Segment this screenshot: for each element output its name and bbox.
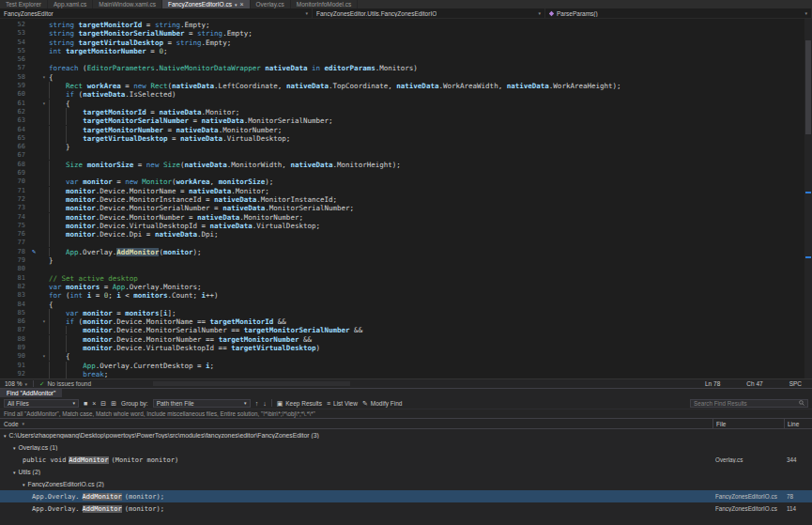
breakpoint-margin[interactable] bbox=[28, 100, 39, 108]
breakpoint-margin[interactable] bbox=[28, 29, 39, 38]
health-indicator[interactable]: ✓ No issues found bbox=[39, 380, 91, 388]
tab-close-icon[interactable]: × bbox=[239, 2, 243, 8]
list-view-toggle[interactable]: ≡ List View bbox=[327, 399, 358, 408]
expander-icon[interactable]: ▾ bbox=[23, 482, 25, 487]
breakpoint-margin[interactable] bbox=[28, 116, 39, 125]
breakpoint-margin[interactable] bbox=[28, 143, 39, 151]
code-line[interactable]: 55int targetMonitorNumber = 0; bbox=[0, 47, 812, 55]
code-line[interactable]: 69 bbox=[0, 169, 812, 178]
code-line[interactable]: 70 var monitor = new Monitor(workArea, m… bbox=[0, 178, 812, 186]
code-line[interactable]: 59 Rect workArea = new Rect(nativeData.L… bbox=[0, 82, 812, 90]
column-header-code[interactable]: Code ▾ bbox=[0, 419, 712, 428]
breakpoint-margin[interactable] bbox=[28, 178, 39, 186]
find-results-searchbox[interactable] bbox=[690, 399, 808, 408]
breakpoint-margin[interactable] bbox=[28, 90, 39, 99]
code-line[interactable]: 76 monitor.Device.Dpi = nativeData.Dpi; bbox=[0, 230, 812, 239]
code-line[interactable]: 57foreach (EditorParameters.NativeMonito… bbox=[0, 64, 812, 72]
breakpoint-margin[interactable] bbox=[28, 82, 39, 90]
expander-icon[interactable]: ▾ bbox=[4, 433, 7, 439]
breakpoint-margin[interactable] bbox=[28, 335, 39, 344]
code-line[interactable]: 73 monitor.Device.MonitorSerialNumber = … bbox=[0, 204, 812, 212]
code-line[interactable]: 88 monitor.Device.MonitorNumber == targe… bbox=[0, 335, 812, 344]
code-line[interactable]: 53string targetMonitorSerialNumber = str… bbox=[0, 29, 812, 38]
tab-app-xaml-cs[interactable]: App.xaml.cs bbox=[48, 0, 93, 8]
tab-fancyzoneseditorio-cs[interactable]: FancyZonesEditorIO.cs▾× bbox=[162, 0, 251, 8]
breakpoint-margin[interactable] bbox=[28, 291, 39, 300]
breakpoint-margin[interactable] bbox=[28, 317, 39, 326]
tab-overlay-cs[interactable]: Overlay.cs bbox=[251, 0, 291, 8]
next-location-icon[interactable]: ↓ bbox=[263, 399, 267, 408]
code-line[interactable]: 58▾{ bbox=[0, 73, 812, 82]
code-editor[interactable]: 52string targetMonitorId = string.Empty;… bbox=[0, 19, 812, 378]
code-line[interactable]: 82var monitors = App.Overlay.Monitors; bbox=[0, 283, 812, 291]
code-line[interactable]: 83for (int i = 0; i < monitors.Count; i+… bbox=[0, 291, 812, 300]
fold-collapse-icon[interactable]: ▾ bbox=[39, 352, 49, 361]
code-line[interactable]: 89 monitor.Device.VirtualDesktopId == ta… bbox=[0, 344, 812, 352]
breakpoint-margin[interactable] bbox=[28, 213, 39, 222]
breakpoint-margin[interactable] bbox=[28, 301, 39, 309]
breakpoint-margin[interactable] bbox=[28, 352, 39, 361]
code-line[interactable]: 84{ bbox=[0, 301, 812, 309]
breakpoint-margin[interactable] bbox=[28, 55, 39, 64]
breakpoint-margin[interactable] bbox=[28, 344, 39, 352]
status-line[interactable]: Ln 78 bbox=[705, 380, 720, 387]
breakpoint-margin[interactable] bbox=[28, 47, 39, 55]
breakpoint-margin[interactable] bbox=[28, 21, 39, 29]
breakpoint-margin[interactable] bbox=[28, 126, 39, 134]
breakpoint-margin[interactable] bbox=[28, 108, 39, 116]
expander-icon[interactable]: ▾ bbox=[13, 470, 16, 475]
stop-search-icon[interactable]: ■ bbox=[84, 399, 87, 408]
code-line[interactable]: 92 break; bbox=[0, 370, 812, 378]
clear-results-icon[interactable]: × bbox=[92, 399, 96, 408]
find-result-group-row[interactable]: ▾Overlay.cs (1) bbox=[0, 441, 812, 454]
horizontal-scrollbar-thumb[interactable] bbox=[153, 381, 350, 386]
column-header-file[interactable]: File bbox=[712, 419, 784, 428]
scrollbar-thumb[interactable] bbox=[805, 40, 811, 134]
breadcrumb-type[interactable]: FancyZonesEditor.Utils.FancyZonesEditorI… bbox=[313, 8, 545, 18]
fold-collapse-icon[interactable]: ▾ bbox=[39, 73, 49, 82]
tab-test-explorer[interactable]: Test Explorer bbox=[0, 0, 48, 8]
code-line[interactable]: 54string targetVirtualDesktop = string.E… bbox=[0, 39, 812, 47]
breakpoint-margin[interactable] bbox=[28, 169, 39, 178]
code-line[interactable]: 64 targetMonitorNumber = nativeData.Moni… bbox=[0, 126, 812, 134]
expander-icon[interactable]: ▾ bbox=[13, 445, 16, 451]
breakpoint-margin[interactable] bbox=[28, 256, 39, 265]
breakpoint-margin[interactable] bbox=[28, 370, 39, 378]
code-line[interactable]: 85 var monitor = monitors[i]; bbox=[0, 309, 812, 317]
code-line[interactable]: 74 monitor.Device.MonitorNumber = native… bbox=[0, 213, 812, 222]
find-result-group-row[interactable]: ▾Utils (2) bbox=[0, 466, 812, 478]
breakpoint-margin[interactable] bbox=[28, 309, 39, 317]
code-line[interactable]: 71 monitor.Device.MonitorName = nativeDa… bbox=[0, 187, 812, 195]
code-line[interactable]: 68 Size monitorSize = new Size(nativeDat… bbox=[0, 161, 812, 169]
find-result-row[interactable]: App.Overlay.AddMonitor(monitor);FancyZon… bbox=[0, 502, 812, 515]
breakpoint-margin[interactable] bbox=[28, 274, 39, 283]
breadcrumb-member[interactable]: ParseParams() ▾ bbox=[545, 8, 812, 18]
breakpoint-margin[interactable] bbox=[28, 230, 39, 239]
breakpoint-margin[interactable] bbox=[28, 195, 39, 204]
code-line[interactable]: 52string targetMonitorId = string.Empty; bbox=[0, 21, 812, 29]
modify-find-button[interactable]: ✎ Modify Find bbox=[362, 399, 402, 408]
code-line[interactable]: 61▾ { bbox=[0, 100, 812, 108]
breakpoint-margin[interactable] bbox=[28, 362, 39, 370]
breakpoint-margin[interactable] bbox=[28, 187, 39, 195]
code-line[interactable]: 62 targetMonitorId = nativeData.Monitor; bbox=[0, 108, 812, 116]
scope-dropdown[interactable]: All Files ▾ bbox=[4, 399, 79, 408]
expand-all-icon[interactable]: ⊞ bbox=[111, 399, 116, 408]
breakpoint-margin[interactable] bbox=[28, 64, 39, 72]
code-line[interactable]: 66 } bbox=[0, 143, 812, 151]
breakpoint-margin[interactable] bbox=[28, 283, 39, 291]
code-line[interactable]: 80 bbox=[0, 265, 812, 273]
editor-vertical-scrollbar[interactable] bbox=[804, 19, 812, 378]
status-indent-mode[interactable]: SPC bbox=[789, 380, 802, 387]
breakpoint-margin[interactable] bbox=[28, 134, 39, 143]
tab-monitorinfomodel-cs[interactable]: MonitorInfoModel.cs bbox=[291, 0, 359, 8]
search-input[interactable] bbox=[694, 400, 796, 407]
code-line[interactable]: 67 bbox=[0, 151, 812, 160]
collapse-all-icon[interactable]: ⊟ bbox=[100, 399, 106, 408]
fold-collapse-icon[interactable]: ▾ bbox=[39, 100, 49, 108]
find-result-row[interactable]: App.Overlay.AddMonitor(monitor);FancyZon… bbox=[0, 490, 812, 502]
code-line[interactable]: 90▾ { bbox=[0, 352, 812, 361]
breadcrumb-project[interactable]: FancyZonesEditor ▾ bbox=[0, 8, 313, 18]
column-header-line[interactable]: Line bbox=[784, 419, 812, 428]
breakpoint-margin[interactable] bbox=[28, 265, 39, 273]
